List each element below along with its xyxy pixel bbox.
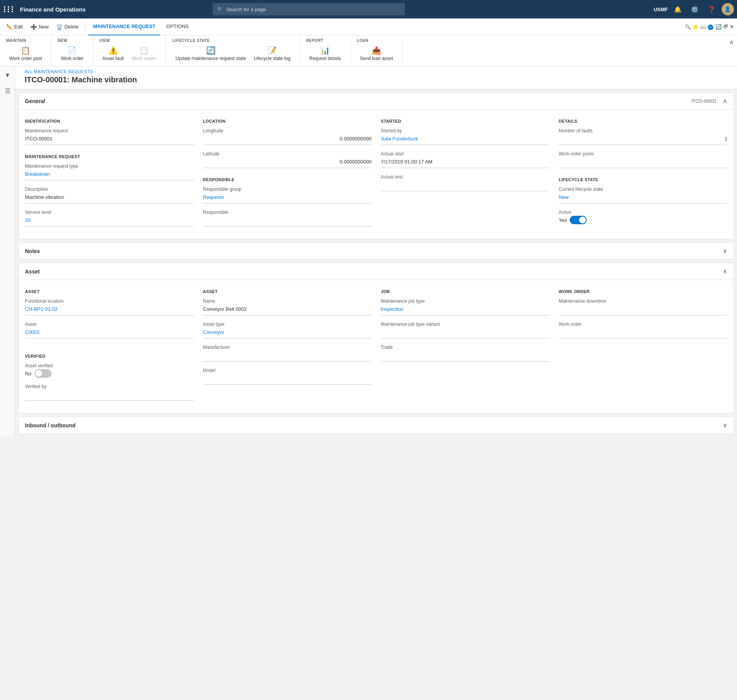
breadcrumb[interactable]: ALL MAINTENANCE REQUESTS bbox=[25, 69, 728, 74]
general-col1: IDENTIFICATION Maintenance request ITCO-… bbox=[25, 116, 194, 233]
waffle-menu[interactable] bbox=[3, 3, 15, 15]
field-work-order-value[interactable] bbox=[559, 328, 727, 338]
app-title: Finance and Operations bbox=[20, 6, 86, 13]
delete-button[interactable]: 🗑️ Delete bbox=[53, 21, 82, 33]
verified-toggle[interactable] bbox=[35, 369, 52, 378]
ribbon-group-view-label: VIEW bbox=[99, 38, 160, 43]
avatar[interactable]: 👤 bbox=[722, 3, 734, 15]
field-longitude-label: Longitude bbox=[203, 128, 372, 133]
tab-options[interactable]: OPTIONS bbox=[162, 18, 194, 35]
asset-section-header[interactable]: Asset ∧ bbox=[19, 263, 734, 280]
notifications-icon[interactable]: 🔔 bbox=[671, 2, 685, 16]
field-service-level-label: Service level bbox=[25, 210, 194, 215]
refresh-icon[interactable]: 🔄 bbox=[715, 24, 722, 30]
general-section-body: IDENTIFICATION Maintenance request ITCO-… bbox=[19, 110, 734, 239]
ribbon-work-order-pool-label: Work order pool bbox=[9, 56, 42, 61]
help-icon[interactable]: ❓ bbox=[705, 2, 719, 16]
field-verified-by-value[interactable] bbox=[25, 390, 194, 401]
field-latitude-value[interactable]: 0.0000000000 bbox=[203, 157, 372, 168]
ribbon-work-orders-label: Work orders bbox=[131, 56, 156, 61]
ribbon-update-state[interactable]: 🔄 Update maintenance request state bbox=[172, 44, 249, 63]
field-asset-type-value[interactable]: Conveyor bbox=[203, 328, 372, 338]
ribbon-request-details[interactable]: 📊 Request details bbox=[306, 44, 344, 63]
general-section-header[interactable]: General ITCO-00001 ∧ bbox=[19, 93, 734, 110]
field-asset-verified: Asset verified No bbox=[25, 363, 194, 378]
ribbon-lifecycle-log[interactable]: 📝 Lifecycle state log bbox=[251, 44, 293, 63]
ribbon-work-order[interactable]: 📄 Work order bbox=[58, 44, 87, 63]
new-window-icon[interactable]: 🗗 bbox=[723, 24, 728, 30]
field-service-level-value[interactable]: 20 bbox=[25, 216, 194, 227]
search-icon: 🔍 bbox=[217, 7, 223, 12]
location-label: LOCATION bbox=[203, 119, 372, 123]
new-button[interactable]: ➕ New bbox=[27, 21, 52, 33]
field-responsible-group: Responsible group Requests bbox=[203, 187, 372, 203]
field-maintenance-job-type-value[interactable]: Inspection bbox=[381, 305, 550, 315]
notes-section-title: Notes bbox=[25, 248, 40, 254]
started-label: STARTED bbox=[381, 119, 550, 123]
inbound-section-header[interactable]: Inbound / outbound ∨ bbox=[19, 417, 734, 433]
ribbon-group-lifecycle-label: LIFECYCLE STATE bbox=[172, 38, 293, 43]
field-manufacturer-value[interactable] bbox=[203, 351, 372, 362]
ribbon-send-loan[interactable]: 📤 Send loan asset bbox=[357, 44, 396, 63]
delete-icon: 🗑️ bbox=[56, 24, 63, 30]
active-toggle[interactable] bbox=[570, 216, 587, 224]
close-icon[interactable]: ✕ bbox=[730, 24, 734, 30]
field-actual-start: Actual start 7/17/2019 01:00:17 AM bbox=[381, 151, 550, 168]
ribbon-lifecycle-log-label: Lifecycle state log bbox=[254, 56, 290, 61]
field-asset-name-value[interactable]: Conveyor Belt 0002 bbox=[203, 305, 372, 315]
favorite-icon[interactable]: ⭐ bbox=[692, 24, 699, 30]
field-started-by-value[interactable]: Julia Funderburk bbox=[381, 134, 550, 145]
command-bar-right: 🔍 ⭐ 📖 🔔 0 🔄 🗗 ✕ bbox=[685, 24, 734, 30]
ribbon-asset-fault[interactable]: ⚠️ Asset fault bbox=[99, 44, 127, 63]
field-asset: Asset C0002 bbox=[25, 322, 194, 338]
ribbon-group-maintain-items: 📋 Work order pool bbox=[6, 44, 45, 63]
field-responsible-group-value[interactable]: Requests bbox=[203, 193, 372, 203]
asset-form-grid: ASSET Functional location CH-BP1-01-02 A… bbox=[25, 286, 727, 407]
field-description-value[interactable]: Machine vibration bbox=[25, 193, 194, 203]
search-bar[interactable]: 🔍 Search for a page bbox=[213, 3, 405, 15]
field-actual-start-value[interactable]: 7/17/2019 01:00:17 AM bbox=[381, 157, 550, 168]
ribbon-group-new: NEW 📄 Work order bbox=[58, 37, 93, 66]
top-nav-right: USMF 🔔 ⚙️ ❓ 👤 bbox=[654, 2, 734, 16]
field-lifecycle-state-value[interactable]: New bbox=[559, 193, 727, 203]
field-maintenance-downtime-value[interactable] bbox=[559, 305, 727, 315]
field-longitude-value[interactable]: 0.0000000000 bbox=[203, 134, 372, 145]
general-section: General ITCO-00001 ∧ IDENTIFICATION Main… bbox=[18, 92, 734, 239]
field-model-label: Model bbox=[203, 368, 372, 373]
field-maintenance-request-id-value[interactable]: ITCO-00001 bbox=[25, 134, 194, 145]
field-model-value[interactable] bbox=[203, 374, 372, 385]
field-responsible: Responsible bbox=[203, 210, 372, 227]
field-job-variant-value[interactable] bbox=[381, 328, 550, 338]
delete-label: Delete bbox=[64, 24, 79, 30]
field-asset-value[interactable]: C0002 bbox=[25, 328, 194, 338]
field-request-type-value[interactable]: Breakdown bbox=[25, 170, 194, 180]
ribbon-work-order-pool[interactable]: 📋 Work order pool bbox=[6, 44, 45, 63]
edit-button[interactable]: ✏️ Edit bbox=[3, 21, 26, 33]
field-longitude: Longitude 0.0000000000 bbox=[203, 128, 372, 145]
field-work-order-pools-value[interactable] bbox=[559, 157, 727, 168]
page-header: ALL MAINTENANCE REQUESTS ITCO-00001: Mac… bbox=[15, 66, 737, 89]
left-sidebar: ▼ ☰ bbox=[0, 66, 15, 437]
field-number-of-faults-value[interactable]: 1 bbox=[559, 134, 727, 145]
search-in-page-icon[interactable]: 🔍 bbox=[685, 24, 691, 30]
ribbon-collapse-button[interactable]: ∧ bbox=[729, 38, 734, 46]
tab-maintenance-request[interactable]: MAINTENANCE REQUEST bbox=[88, 18, 160, 35]
active-toggle-container: Yes bbox=[559, 216, 727, 224]
ribbon-group-lifecycle: LIFECYCLE STATE 🔄 Update maintenance req… bbox=[172, 37, 300, 66]
sidebar-list-icon[interactable]: ☰ bbox=[2, 85, 14, 97]
field-functional-location-value[interactable]: CH-BP1-01-02 bbox=[25, 305, 194, 315]
field-actual-end-label: Actual end bbox=[381, 174, 550, 180]
asset-right-label: ASSET bbox=[203, 289, 372, 294]
field-trade-value[interactable] bbox=[381, 351, 550, 362]
general-col4: DETAILS Number of faults 1 Work order po… bbox=[559, 116, 727, 233]
field-responsible-value[interactable] bbox=[203, 216, 372, 227]
field-manufacturer-label: Manufacturer bbox=[203, 345, 372, 350]
field-job-variant-label: Maintenance job type variant bbox=[381, 322, 550, 327]
help2-icon[interactable]: 📖 bbox=[700, 24, 706, 30]
settings-icon[interactable]: ⚙️ bbox=[688, 2, 702, 16]
environment-badge: USMF bbox=[654, 7, 668, 12]
sidebar-filter-icon[interactable]: ▼ bbox=[2, 69, 14, 82]
asset-section-title: Asset bbox=[25, 268, 40, 275]
field-actual-end-value[interactable] bbox=[381, 180, 550, 191]
notes-section-header[interactable]: Notes ∨ bbox=[19, 243, 734, 259]
